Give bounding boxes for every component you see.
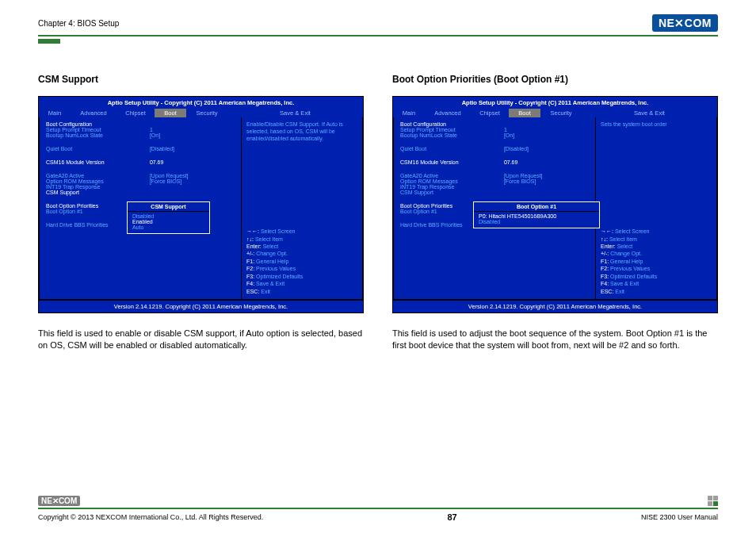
help-key-row: ESC: Exit [246, 288, 357, 295]
left-heading: CSM Support [38, 74, 364, 85]
popup-option[interactable]: P0: Hitachi HTE545016B9A300 [479, 213, 594, 219]
help-key-row: →←: Select Screen [246, 228, 357, 235]
bios-help-panel: Enable/Disable CSM Support. If Auto is s… [242, 117, 363, 300]
bios-row[interactable]: Boot Configuration [46, 121, 235, 127]
bios-row-label: CSM Support [400, 190, 504, 195]
left-column: CSM Support Aptio Setup Utility - Copyri… [38, 74, 364, 351]
help-key-row: ↑↓: Select Item [246, 236, 357, 243]
help-text: Sets the system boot order [601, 121, 712, 128]
bios-row-label: Boot Configuration [400, 121, 504, 127]
help-key-row: +/-: Change Opt. [601, 250, 712, 257]
popup-title: Boot Option #1 [474, 202, 599, 212]
help-key-row: F2: Previous Values [246, 265, 357, 272]
popup-title: CSM Support [128, 202, 209, 212]
bios-row-label: Setup Prompt Timeout [46, 127, 150, 132]
bios-help-panel: Sets the system boot order→←: Select Scr… [596, 117, 717, 300]
help-key-row: F1: General Help [246, 258, 357, 265]
bios-row-value: [On] [150, 132, 160, 138]
help-key-row: F3: Optimized Defaults [601, 273, 712, 280]
footer-copyright: Copyright © 2013 NEXCOM International Co… [38, 513, 263, 521]
bios-row-label: GateA20 Active [400, 173, 504, 178]
bios-spacer [46, 165, 235, 173]
help-key-row: Enter: Select [246, 243, 357, 250]
bios-spacer [46, 151, 235, 159]
bios-menu: MainAdvancedChipsetBootSecuritySave & Ex… [39, 109, 363, 117]
bios-row-label: Quiet Boot [46, 146, 150, 151]
bios-row[interactable]: CSM16 Module Version07.69 [400, 159, 589, 165]
bios-row[interactable]: Bootup NumLock State[On] [46, 132, 235, 138]
bios-body: Boot ConfigurationSetup Prompt Timeout1B… [393, 117, 717, 300]
bios-row[interactable]: INT19 Trap Response [46, 184, 235, 190]
help-key-row: F3: Optimized Defaults [246, 273, 357, 280]
bios-spacer [400, 165, 589, 173]
bios-popup: CSM SupportDisabledEnabledAuto [127, 201, 210, 234]
help-key-row: F4: Save & Exit [601, 280, 712, 287]
right-heading: Boot Option Priorities (Boot Option #1) [392, 74, 718, 85]
popup-option[interactable]: Disabled [132, 213, 204, 219]
bios-menu: MainAdvancedChipsetBootSecuritySave & Ex… [393, 109, 717, 117]
footer-doc: NISE 2300 User Manual [641, 513, 718, 521]
bios-row[interactable]: GateA20 Active[Upon Request] [46, 173, 235, 178]
bios-row-label: Quiet Boot [400, 146, 504, 151]
bios-row[interactable]: Bootup NumLock State[On] [400, 132, 589, 138]
bios-spacer [46, 138, 235, 146]
bios-row-label: Option ROM Messages [400, 178, 504, 184]
bios-row-value: [On] [504, 132, 514, 138]
bios-row-label: INT19 Trap Response [400, 184, 504, 190]
bios-footer: Version 2.14.1219. Copyright (C) 2011 Am… [393, 300, 717, 313]
bios-row[interactable]: GateA20 Active[Upon Request] [400, 173, 589, 178]
bios-row[interactable]: Setup Prompt Timeout1 [46, 127, 235, 132]
bios-row[interactable]: Quiet Boot[Disabled] [400, 146, 589, 151]
bios-row-label: GateA20 Active [46, 173, 150, 178]
bios-row[interactable]: CSM Support [46, 190, 235, 195]
help-key-row: ESC: Exit [601, 288, 712, 295]
help-key-row: +/-: Change Opt. [246, 250, 357, 257]
bios-tab-security[interactable]: Security [186, 109, 227, 117]
bios-row[interactable]: CSM Support [400, 190, 589, 195]
bios-spacer [400, 138, 589, 146]
bios-row[interactable]: CSM16 Module Version07.69 [46, 159, 235, 165]
header-rule [38, 35, 718, 36]
right-column: Boot Option Priorities (Boot Option #1) … [392, 74, 718, 351]
bios-main-panel: Boot ConfigurationSetup Prompt Timeout1B… [393, 117, 596, 300]
bios-tab-boot[interactable]: Boot [509, 109, 540, 117]
footer-squares-icon [708, 496, 718, 506]
bios-footer: Version 2.14.1219. Copyright (C) 2011 Am… [39, 300, 363, 313]
bios-tab-boot[interactable]: Boot [155, 109, 186, 117]
bios-row-label: Option ROM Messages [46, 178, 150, 184]
bios-row[interactable]: Quiet Boot[Disabled] [46, 146, 235, 151]
bios-row-label: Setup Prompt Timeout [400, 127, 504, 132]
bios-row-label: INT19 Trap Response [46, 184, 150, 190]
bios-row-value: 1 [504, 127, 507, 132]
popup-option[interactable]: Enabled [132, 219, 204, 224]
bios-tab-save-exit[interactable]: Save & Exit [582, 109, 717, 117]
popup-option[interactable]: Auto [132, 224, 204, 230]
bios-row[interactable]: Boot Configuration [400, 121, 589, 127]
bios-row[interactable]: Option ROM Messages[Force BIOS] [46, 178, 235, 184]
bios-row-value: 07.69 [150, 159, 164, 165]
bios-tab-chipset[interactable]: Chipset [471, 109, 509, 117]
bios-row[interactable]: Setup Prompt Timeout1 [400, 127, 589, 132]
bios-row-value: [Force BIOS] [504, 178, 536, 184]
bios-tab-chipset[interactable]: Chipset [116, 109, 155, 117]
bios-tab-save-exit[interactable]: Save & Exit [227, 109, 363, 117]
help-key-row: ↑↓: Select Item [601, 236, 712, 243]
bios-tab-main[interactable]: Main [393, 109, 425, 117]
bios-row-value: [Upon Request] [150, 173, 189, 178]
bios-main-panel: Boot ConfigurationSetup Prompt Timeout1B… [39, 117, 242, 300]
bios-spacer [400, 151, 589, 159]
bios-row-label: CSM Support [46, 190, 150, 195]
bios-row[interactable]: Option ROM Messages[Force BIOS] [400, 178, 589, 184]
bios-tab-security[interactable]: Security [540, 109, 582, 117]
popup-body: DisabledEnabledAuto [128, 212, 209, 233]
bios-title-bar: Aptio Setup Utility - Copyright (C) 2011… [393, 97, 717, 109]
popup-option[interactable]: Disabled [479, 219, 594, 224]
bios-tab-advanced[interactable]: Advanced [71, 109, 116, 117]
tab-mark [38, 39, 60, 44]
help-key-row: Enter: Select [601, 243, 712, 250]
bios-tab-advanced[interactable]: Advanced [425, 109, 471, 117]
bios-row[interactable]: INT19 Trap Response [400, 184, 589, 190]
bios-row-value: 1 [150, 127, 153, 132]
bios-right: Aptio Setup Utility - Copyright (C) 2011… [392, 96, 718, 313]
bios-tab-main[interactable]: Main [39, 109, 71, 117]
